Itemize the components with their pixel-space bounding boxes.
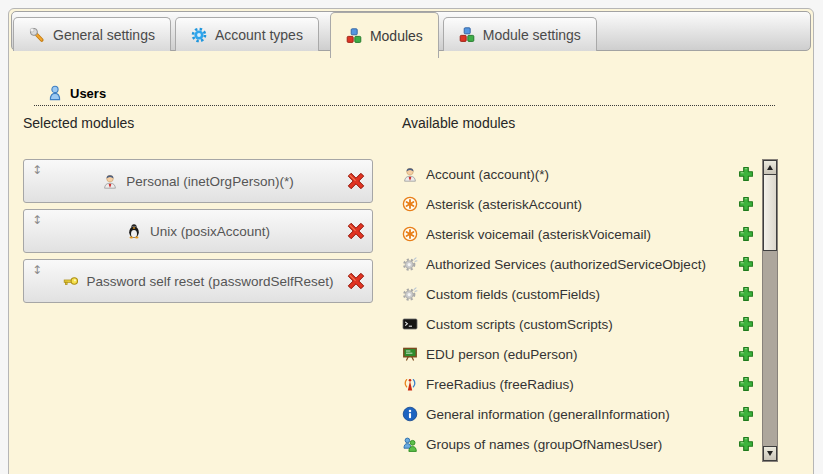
selected-modules-column: Selected modules ↕Personal (inetOrgPerso…	[23, 115, 373, 462]
modules-icon	[346, 28, 362, 44]
available-modules-column: Available modules Account (account)(*)As…	[402, 115, 778, 462]
module-label: Personal (inetOrgPerson)(*)	[126, 174, 293, 189]
tab-label: Modules	[370, 28, 423, 44]
tab-module-settings[interactable]: Module settings	[443, 17, 597, 51]
key-icon	[63, 273, 79, 289]
selected-module-row[interactable]: ↕Personal (inetOrgPerson)(*)	[23, 159, 373, 203]
module-entry: Password self reset (passwordSelfReset)	[63, 273, 334, 289]
module-columns: Selected modules ↕Personal (inetOrgPerso…	[23, 115, 799, 462]
add-module-button[interactable]	[738, 406, 754, 422]
board-icon	[402, 346, 418, 362]
module-label: Account (account)(*)	[426, 167, 549, 182]
remove-module-button[interactable]	[347, 222, 365, 240]
add-module-button[interactable]	[738, 346, 754, 362]
triangle-up-icon	[767, 165, 773, 170]
gear-gray-icon	[402, 256, 418, 272]
available-module-row: Groups of names (groupOfNamesUser)	[402, 429, 754, 459]
module-label: Password self reset (passwordSelfReset)	[87, 274, 334, 289]
scroll-down-button[interactable]	[763, 446, 777, 461]
add-module-button[interactable]	[738, 196, 754, 212]
tab-modules[interactable]: Modules	[330, 12, 439, 58]
scroll-up-button[interactable]	[763, 160, 777, 175]
selected-module-row[interactable]: ↕Unix (posixAccount)	[23, 209, 373, 253]
plus-icon	[738, 316, 754, 332]
add-module-button[interactable]	[738, 256, 754, 272]
tux-icon	[126, 223, 142, 239]
person-icon	[102, 173, 118, 189]
add-module-button[interactable]	[738, 166, 754, 182]
available-module-row: Custom fields (customFields)	[402, 279, 754, 309]
add-module-button[interactable]	[738, 226, 754, 242]
module-entry: Unix (posixAccount)	[126, 223, 270, 239]
available-module-row: EDU person (eduPerson)	[402, 339, 754, 369]
available-module-row: FreeRadius (freeRadius)	[402, 369, 754, 399]
module-label: Custom scripts (customScripts)	[426, 317, 613, 332]
available-module-row: Account (account)(*)	[402, 159, 754, 189]
asterisk-icon	[402, 196, 418, 212]
available-module-row: Custom scripts (customScripts)	[402, 309, 754, 339]
tab-label: General settings	[53, 27, 155, 43]
plus-icon	[738, 226, 754, 242]
modules-icon	[459, 27, 475, 43]
terminal-icon	[402, 316, 418, 332]
info-icon	[402, 406, 418, 422]
group-icon	[402, 436, 418, 452]
plus-icon	[738, 286, 754, 302]
scroll-thumb[interactable]	[763, 175, 777, 251]
module-label: Asterisk (asteriskAccount)	[426, 197, 582, 212]
drag-handle[interactable]: ↕	[32, 164, 42, 176]
tab-account-types[interactable]: Account types	[175, 17, 319, 51]
add-module-button[interactable]	[738, 436, 754, 452]
module-label: Unix (posixAccount)	[150, 224, 270, 239]
radius-icon	[402, 376, 418, 392]
user-icon	[47, 85, 63, 101]
module-label: Custom fields (customFields)	[426, 287, 600, 302]
section-title: Users	[70, 86, 106, 101]
modules-panel: Users Selected modules ↕Personal (inetOr…	[9, 85, 813, 462]
available-module-row: General information (generalInformation)	[402, 399, 754, 429]
add-module-button[interactable]	[738, 286, 754, 302]
selected-module-row[interactable]: ↕Password self reset (passwordSelfReset)	[23, 259, 373, 303]
remove-module-button[interactable]	[347, 272, 365, 290]
config-widget: General settingsAccount typesModulesModu…	[8, 8, 814, 474]
available-module-row: Asterisk voicemail (asteriskVoicemail)	[402, 219, 754, 249]
add-module-button[interactable]	[738, 376, 754, 392]
plus-icon	[738, 376, 754, 392]
x-icon	[347, 222, 365, 240]
tab-bar: General settingsAccount typesModulesModu…	[11, 11, 811, 51]
available-module-row: Asterisk (asteriskAccount)	[402, 189, 754, 219]
plus-icon	[738, 406, 754, 422]
tab-label: Module settings	[483, 27, 581, 43]
drag-handle[interactable]: ↕	[32, 264, 42, 276]
tab-general-settings[interactable]: General settings	[13, 17, 171, 51]
selected-modules-label: Selected modules	[23, 115, 373, 131]
gear-blue-icon	[191, 27, 207, 43]
scroll-track[interactable]	[763, 251, 777, 446]
person-icon	[402, 166, 418, 182]
module-entry: Personal (inetOrgPerson)(*)	[102, 173, 293, 189]
plus-icon	[738, 166, 754, 182]
plus-icon	[738, 256, 754, 272]
module-label: Authorized Services (authorizedServiceOb…	[426, 257, 706, 272]
x-icon	[347, 272, 365, 290]
plus-icon	[738, 436, 754, 452]
plus-icon	[738, 196, 754, 212]
module-label: FreeRadius (freeRadius)	[426, 377, 574, 392]
drag-handle[interactable]: ↕	[32, 214, 42, 226]
gear-gray-icon	[402, 286, 418, 302]
remove-module-button[interactable]	[347, 172, 365, 190]
triangle-down-icon	[767, 451, 773, 456]
add-module-button[interactable]	[738, 316, 754, 332]
plus-icon	[738, 346, 754, 362]
module-label: Asterisk voicemail (asteriskVoicemail)	[426, 227, 651, 242]
available-modules-list: Account (account)(*)Asterisk (asteriskAc…	[402, 159, 754, 462]
section-users-heading: Users	[34, 85, 775, 106]
wrench-icon	[29, 27, 45, 43]
tab-label: Account types	[215, 27, 303, 43]
module-label: Groups of names (groupOfNamesUser)	[426, 437, 662, 452]
available-module-row: Authorized Services (authorizedServiceOb…	[402, 249, 754, 279]
asterisk-icon	[402, 226, 418, 242]
scrollbar	[762, 159, 778, 462]
available-modules-label: Available modules	[402, 115, 778, 131]
module-label: EDU person (eduPerson)	[426, 347, 578, 362]
